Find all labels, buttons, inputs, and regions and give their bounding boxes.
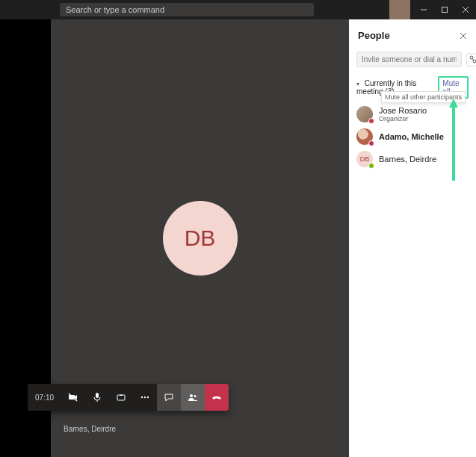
maximize-button[interactable] (434, 0, 455, 19)
svg-point-9 (141, 397, 143, 398)
svg-point-10 (144, 397, 146, 398)
people-panel: People ▾ Currently in this meeting (3) M… (349, 19, 476, 457)
close-panel-button[interactable] (460, 32, 467, 40)
search-input[interactable]: Search or type a command (60, 3, 314, 16)
search-placeholder: Search or type a command (66, 5, 164, 14)
dialpad-button[interactable] (466, 53, 476, 66)
avatar-icon: DB (356, 151, 373, 167)
call-timer: 07:10 (28, 394, 61, 402)
close-button[interactable] (455, 0, 476, 19)
presence-busy-icon (368, 140, 374, 146)
people-panel-title: People (358, 30, 390, 41)
mute-all-button[interactable]: Mute all Mute all other participants (438, 76, 469, 99)
avatar-icon (356, 128, 373, 145)
more-options-button[interactable] (133, 384, 157, 411)
avatar-icon (356, 106, 373, 122)
participant-name: Adamo, Michelle (379, 132, 444, 141)
participant-name: Barnes, Deirdre (379, 155, 436, 164)
user-avatar[interactable] (389, 0, 410, 19)
participant-role: Organizer (379, 115, 427, 122)
participant-list: Jose Rosario Organizer Adamo, Michelle D… (349, 102, 476, 172)
mic-button[interactable] (85, 384, 109, 411)
svg-rect-6 (96, 393, 99, 398)
svg-point-12 (190, 394, 193, 397)
hangup-button[interactable] (205, 384, 229, 411)
share-button[interactable] (109, 384, 133, 411)
window-controls (389, 0, 476, 19)
svg-rect-1 (442, 7, 448, 13)
chat-button[interactable] (157, 384, 181, 411)
call-control-bar: 07:10 (28, 384, 229, 411)
svg-point-16 (470, 56, 473, 59)
svg-line-18 (473, 58, 474, 60)
participant-name: Jose Rosario (379, 106, 427, 115)
svg-point-17 (473, 60, 476, 63)
meeting-stage: DB 07:10 Bar (51, 19, 349, 457)
camera-button[interactable] (61, 384, 85, 411)
svg-point-11 (147, 397, 149, 398)
svg-rect-8 (117, 395, 125, 400)
chevron-down-icon: ▾ (356, 81, 359, 87)
invite-input[interactable] (356, 52, 462, 67)
participant-avatar: DB (163, 201, 238, 276)
svg-point-13 (194, 395, 197, 397)
presence-busy-icon (368, 118, 374, 124)
participant-name-label: Barnes, Deirdre (64, 425, 116, 433)
participants-section-header[interactable]: ▾ Currently in this meeting (3) Mute all… (349, 70, 476, 102)
minimize-button[interactable] (413, 0, 434, 19)
annotation-arrow (452, 106, 455, 181)
presence-available-icon (368, 163, 374, 169)
title-bar: Search or type a command (0, 0, 476, 19)
avatar-initials: DB (185, 226, 216, 251)
people-button[interactable] (181, 384, 205, 411)
